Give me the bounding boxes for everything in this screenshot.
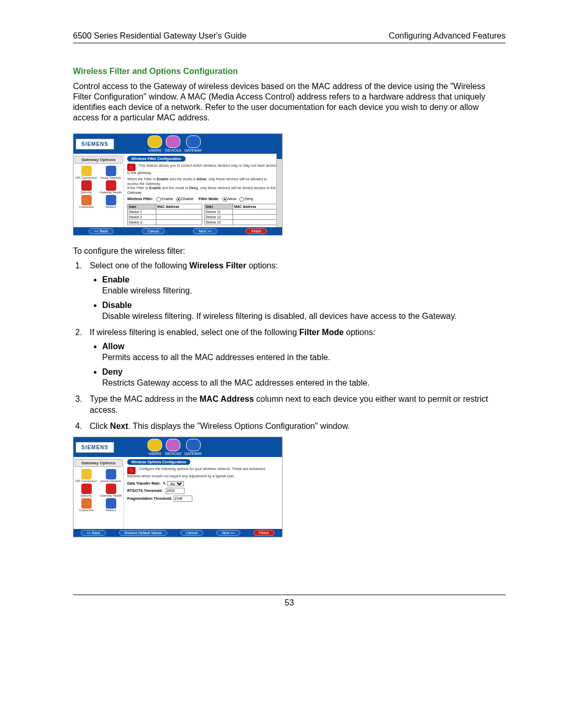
ss2-sidebar: Gateway Options ISP ConnectionHome Netwo… (74, 457, 124, 529)
nav-gateway[interactable]: GATEWAY (185, 135, 202, 152)
next-button[interactable]: Next >> (193, 228, 217, 234)
sidebar-item-home-network[interactable]: Home Network (99, 469, 123, 483)
steps-list: Select one of the following Wireless Fil… (73, 261, 506, 431)
nav-users[interactable]: USERS (148, 439, 162, 455)
frag-input[interactable] (174, 496, 192, 502)
step1-bullet-disable: Disable Disable wireless filtering. If w… (102, 300, 506, 322)
sidebar-item-reboot[interactable]: Reboot (99, 498, 123, 512)
mac-input[interactable] (233, 220, 278, 225)
siemens-logo: SIEMENS (76, 139, 114, 150)
field-data-rate: Data Transfer Rate: ↖ Auto (127, 481, 279, 486)
configure-intro: To configure the wireless filter: (73, 246, 506, 256)
sidebar-item-gateway-health[interactable]: Gateway Health (99, 484, 123, 497)
finish-button[interactable]: Finish (253, 530, 275, 536)
gateway-health-icon (106, 484, 116, 494)
table-header: UserMAC Address (205, 204, 279, 209)
ss2-titlebar: SIEMENS USERS DEVICES GATEWAY (74, 437, 282, 457)
security-icon (81, 180, 92, 191)
table-row: Device 12 (205, 214, 279, 219)
ss2-desc: Configure the following options for your… (127, 467, 279, 478)
field-rts: RTS/CTS Threshold: (127, 488, 279, 494)
step-2: If wireless filtering is enabled, select… (84, 327, 506, 389)
radio-wf-disable[interactable] (176, 197, 181, 202)
scrollbar[interactable] (276, 154, 282, 227)
screenshot-wireless-filter: SIEMENS USERS DEVICES GATEWAY Gateway Op… (73, 133, 283, 236)
table-row: Device 2 (128, 214, 202, 219)
data-rate-select[interactable]: Auto (167, 481, 184, 486)
nav-devices[interactable]: DEVICES (165, 135, 181, 152)
finish-button[interactable]: Finish (246, 228, 267, 234)
ss2-button-row: << Back Restore Default Values Cancel Ne… (74, 529, 282, 537)
ss1-desc2: When the Filter is Enable and the mode i… (127, 177, 279, 195)
radio-wf-enable[interactable] (156, 197, 161, 202)
sidebar-item-customize[interactable]: Customize (75, 195, 98, 208)
page-header: 6500 Series Residential Gateway User's G… (73, 31, 506, 41)
sidebar-item-isp-connection[interactable]: ISP Connection (75, 166, 98, 179)
isp-connection-icon (81, 166, 92, 176)
nav-devices[interactable]: DEVICES (165, 439, 181, 455)
ss1-top-nav: USERS DEVICES GATEWAY (148, 135, 202, 152)
step2-bullet-allow: Allow Permits access to all the MAC addr… (102, 341, 506, 363)
header-rule (73, 43, 506, 43)
step-3: Type the MAC address in the MAC Address … (84, 394, 506, 416)
mac-input[interactable] (156, 215, 202, 219)
footer-rule (73, 595, 506, 595)
radio-fm-allow[interactable] (223, 197, 227, 202)
header-right: Configuring Advanced Features (389, 31, 506, 41)
gateway-icon (186, 135, 201, 148)
ss1-main: Wireless Filter Configuration This featu… (124, 154, 282, 227)
devices-icon (166, 135, 180, 148)
sidebar-item-gateway-health[interactable]: Gateway Health (99, 180, 123, 194)
table-row: Device 3 (128, 219, 202, 225)
table-row: Device 13 (205, 219, 279, 225)
table-row: Device 1 (128, 209, 202, 214)
page-number: 53 (285, 598, 294, 607)
siemens-logo: SIEMENS (76, 442, 114, 453)
step1-bullet-enable: Enable Enable wireless filtering. (102, 275, 506, 297)
mac-input[interactable] (156, 209, 202, 214)
mac-input[interactable] (156, 220, 202, 225)
customize-icon (81, 195, 92, 205)
header-left: 6500 Series Residential Gateway User's G… (73, 31, 247, 41)
screenshot-wireless-options: SIEMENS USERS DEVICES GATEWAY Gateway Op… (73, 437, 283, 537)
sidebar-item-security[interactable]: Security (75, 180, 98, 194)
radio-fm-deny[interactable] (239, 197, 244, 202)
cancel-button[interactable]: Cancel (180, 530, 203, 536)
mac-input[interactable] (233, 209, 278, 214)
home-network-icon (106, 166, 116, 176)
sidebar-item-home-network[interactable]: Home Network (99, 166, 123, 179)
step2-bullet-deny: Deny Restricts Gateway access to all the… (102, 367, 506, 389)
rts-input[interactable] (166, 488, 185, 494)
customize-icon (81, 498, 92, 509)
back-button[interactable]: << Back (81, 530, 106, 536)
reboot-icon (106, 195, 116, 205)
cursor-icon: ↖ (163, 481, 166, 486)
page-footer: 53 (73, 595, 506, 608)
isp-connection-icon (81, 469, 92, 479)
sidebar-item-customize[interactable]: Customize (75, 498, 98, 512)
section-title: Wireless Filter and Options Configuratio… (73, 67, 506, 76)
restore-button[interactable]: Restore Default Values (119, 530, 167, 536)
ss1-desc1: This feature allows you to control which… (127, 164, 279, 175)
wireless-icon (127, 164, 136, 171)
cancel-button[interactable]: Cancel (142, 228, 165, 234)
ss2-main: Wireless Options Configuration Configure… (124, 457, 282, 529)
gateway-health-icon (106, 180, 116, 191)
sidebar-item-reboot[interactable]: Reboot (99, 195, 123, 208)
table-header: UserMAC Address (128, 204, 202, 209)
mac-input[interactable] (233, 215, 278, 219)
next-button[interactable]: Next >> (216, 530, 241, 536)
users-icon (148, 439, 162, 451)
sidebar-item-isp-connection[interactable]: ISP Connection (75, 469, 98, 483)
scroll-up-icon[interactable] (277, 154, 282, 159)
devices-icon (166, 439, 180, 451)
sidebar-item-security[interactable]: Security (75, 484, 98, 497)
step-4: Click Next. This displays the "Wireless … (84, 421, 506, 432)
field-frag: Fragmentation Threshold: (127, 496, 279, 502)
intro-paragraph: Control access to the Gateway of wireles… (73, 81, 506, 123)
nav-gateway[interactable]: GATEWAY (185, 439, 202, 455)
reboot-icon (106, 498, 116, 509)
wireless-icon (127, 467, 136, 474)
back-button[interactable]: << Back (89, 228, 114, 234)
nav-users[interactable]: USERS (148, 135, 162, 152)
